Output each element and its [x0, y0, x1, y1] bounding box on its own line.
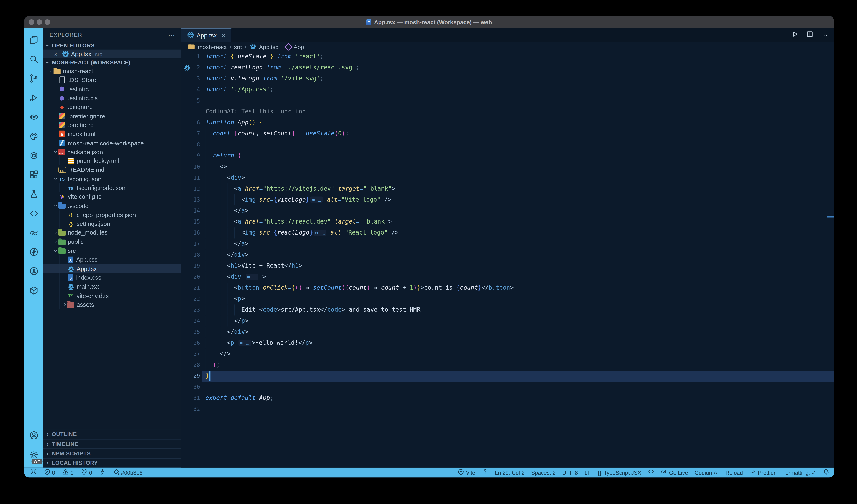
tree-item-index-css[interactable]: index.css [43, 273, 181, 282]
tree-item-settings-json[interactable]: settings.json [43, 219, 181, 228]
tree-item--eslintrc[interactable]: .eslintrc [43, 85, 181, 93]
activity-bar-item-explorer[interactable] [24, 30, 43, 50]
tree-item-vite-config-ts[interactable]: vite.config.ts [43, 192, 181, 201]
code-line-5[interactable]: 5 [181, 95, 834, 106]
activity-bar-item-source-control[interactable] [24, 69, 43, 88]
close-window-button[interactable] [29, 19, 34, 24]
code-line-8[interactable]: 8 [181, 139, 834, 150]
code-line-13[interactable]: 13 <img src={viteLogo}≈ … alt="Vite logo… [181, 194, 834, 205]
code-line-29[interactable]: 29} [181, 370, 834, 382]
code-line-26[interactable]: 26 <p ≈ …>Hello world!</p> [181, 337, 834, 349]
tree-item-package-json[interactable]: ›package.json [43, 147, 181, 156]
code-line-7[interactable]: 7 const [count, setCount] = useState(0); [181, 128, 834, 139]
panel-header-local-history[interactable]: ›LOCAL HISTORY [43, 458, 181, 468]
code-line-32[interactable]: 32 [181, 404, 834, 415]
panel-header-outline[interactable]: ›OUTLINE [43, 429, 181, 439]
code-line-19[interactable]: 19 <h1>Vite + React</h1> [181, 261, 834, 272]
status-item-utf-8[interactable]: UTF-8 [562, 469, 578, 475]
tree-item--prettierrc[interactable]: .prettierrc [43, 120, 181, 129]
split-editor-button[interactable] [806, 30, 814, 40]
code-line-11[interactable]: 11 <div> [181, 172, 834, 183]
tree-item-src[interactable]: ›src [43, 246, 181, 255]
status-item-ln-29-col-2[interactable]: Ln 29, Col 2 [495, 469, 524, 475]
run-file-button[interactable] [791, 30, 799, 40]
code-line-17[interactable]: 17 </a> [181, 238, 834, 249]
tree-item-app-css[interactable]: App.css [43, 255, 181, 264]
tree-item-app-tsx[interactable]: App.tsx [43, 264, 181, 273]
code-editor[interactable]: 1import { useState } from 'react';2impor… [181, 51, 834, 468]
code-line-27[interactable]: 27 </> [181, 349, 834, 360]
activity-bar-item-code[interactable] [24, 204, 43, 223]
code-line-3[interactable]: 3import viteLogo from '/vite.svg'; [181, 73, 834, 84]
code-line-12[interactable]: 12 <a href="https://vitejs.dev" target="… [181, 184, 834, 194]
tree-item--vscode[interactable]: ›.vscode [43, 201, 181, 210]
open-editor-item-app-tsx[interactable]: × App.tsx src [43, 50, 181, 58]
tab-app-tsx[interactable]: App.tsx × [181, 28, 232, 42]
overview-ruler[interactable] [827, 51, 834, 468]
tree-item-tsconfig-json[interactable]: ›tsconfig.json [43, 174, 181, 183]
tree-item--eslintrc-cjs[interactable]: .eslintrc.cjs [43, 93, 181, 103]
status-item-broadcast[interactable]: Go Live [661, 469, 688, 476]
code-line-31[interactable]: 31export default App; [181, 393, 834, 404]
status-item-paint[interactable]: #00b3e6 [113, 469, 142, 476]
tree-item--prettierignore[interactable]: .prettierignore [43, 111, 181, 120]
code-line-24[interactable]: 24 </p> [181, 315, 834, 327]
tree-item-readme-md[interactable]: README.md [43, 166, 181, 174]
status-item-bell[interactable] [823, 469, 829, 476]
title-bar[interactable]: App.tsx — mosh-react (Workspace) — web [24, 16, 834, 28]
activity-bar-item-extensions[interactable] [24, 165, 43, 185]
tree-item-vite-env-d-ts[interactable]: vite-env.d.ts [43, 291, 181, 300]
breadcrumb-item-app[interactable]: App [293, 43, 304, 50]
tree-item-main-tsx[interactable]: main.tsx [43, 282, 181, 291]
code-line-10[interactable]: 10 <> [181, 161, 834, 172]
close-tab-icon[interactable]: × [222, 32, 225, 38]
tree-item-mosh-react[interactable]: ›mosh-react [43, 67, 181, 76]
tree-item--gitignore[interactable]: .gitignore [43, 103, 181, 111]
tree-item-mosh-react-code-workspace[interactable]: mosh-react.code-workspace [43, 139, 181, 147]
status-item-spaces-2[interactable]: Spaces: 2 [531, 469, 556, 475]
activity-bar-item-search[interactable] [24, 50, 43, 69]
explorer-more-actions-button[interactable]: ⋯ [168, 31, 175, 39]
breadcrumb-item-mosh-react[interactable]: mosh-react [198, 43, 226, 50]
editor-more-actions-button[interactable]: ⋯ [821, 31, 828, 39]
status-item-codiumai[interactable]: CodiumAI [695, 469, 719, 475]
status-item-remote[interactable] [30, 469, 37, 476]
breadcrumb-item-src[interactable]: src [234, 43, 242, 50]
panel-header-timeline[interactable]: ›TIMELINE [43, 439, 181, 449]
code-line-21[interactable]: 21 <button onClick={() ⇒ setCount((count… [181, 282, 834, 294]
code-line-28[interactable]: 28 ); [181, 360, 834, 370]
status-item-reload[interactable]: Reload [725, 469, 743, 475]
status-item-tower[interactable]: 0 [81, 469, 92, 476]
code-line-30[interactable]: 30 [181, 382, 834, 393]
activity-bar-item-codium[interactable] [24, 223, 43, 242]
status-item-lf[interactable]: LF [585, 469, 591, 475]
tree-item-index-html[interactable]: index.html [43, 129, 181, 138]
activity-bar-item-testing[interactable] [24, 185, 43, 204]
status-item-vite[interactable]: Vite [458, 469, 475, 476]
tree-item-public[interactable]: ›public [43, 237, 181, 246]
activity-bar-item-preview[interactable] [24, 107, 43, 127]
tree-item-node-modules[interactable]: ›node_modules [43, 228, 181, 237]
activity-bar-item-share[interactable] [24, 262, 43, 281]
workspace-section-header[interactable]: › MOSH-REACT (WORKSPACE) [43, 58, 181, 67]
activity-bar-item-cube[interactable] [24, 281, 43, 300]
tree-item-pnpm-lock-yaml[interactable]: pnpm-lock.yaml [43, 156, 181, 166]
code-line-2[interactable]: 2import reactLogo from './assets/react.s… [181, 62, 834, 73]
tree-item-c-cpp-properties-json[interactable]: c_cpp_properties.json [43, 210, 181, 219]
open-editors-section-header[interactable]: › OPEN EDITORS [43, 41, 181, 49]
status-item-dblcheck[interactable]: Prettier [750, 469, 776, 476]
tree-item--ds-store[interactable]: .DS_Store [43, 76, 181, 85]
code-line-16[interactable]: 16 <img src={reactLogo}≈ … alt="React lo… [181, 227, 834, 238]
code-line-23[interactable]: 23 Edit <code>src/App.tsx</code> and sav… [181, 305, 834, 315]
status-item-bolt[interactable] [99, 469, 106, 476]
code-line-6[interactable]: 6function App() { [181, 117, 834, 128]
code-line-25[interactable]: 25 </div> [181, 327, 834, 337]
activity-bar-item-thunder-client[interactable] [24, 242, 43, 262]
status-item-formatting-[interactable]: Formatting: ✓ [782, 469, 816, 475]
status-item-codetags[interactable] [648, 469, 654, 476]
code-line-4[interactable]: 4import './App.css'; [181, 84, 834, 95]
code-line-20[interactable]: 20 <div ≈ … > [181, 272, 834, 282]
code-line-9[interactable]: 9 return ( [181, 150, 834, 161]
activity-bar-item-account[interactable] [24, 426, 43, 445]
status-item-warning[interactable]: 0 [62, 469, 74, 476]
